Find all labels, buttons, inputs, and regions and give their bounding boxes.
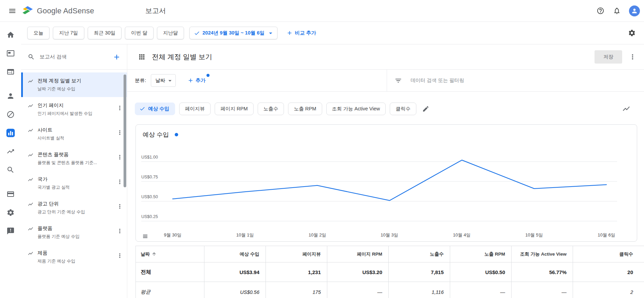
date-filter-bar: 오늘지난 7일최근 30일이번 달지난달 2024년 9월 30일 ~ 10월 … bbox=[21, 22, 644, 44]
report-list-item[interactable]: 제품제품 기준 예상 수입 bbox=[21, 245, 127, 269]
add-report-icon[interactable] bbox=[111, 51, 123, 63]
table-toggle-icon[interactable] bbox=[141, 232, 149, 240]
report-item-subtitle: 플랫폼 및 콘텐츠 플랫폼 기준... bbox=[38, 160, 109, 166]
rail-item-blocking-controls[interactable] bbox=[2, 106, 19, 123]
column-header[interactable]: 노출수 bbox=[389, 246, 450, 262]
plus-icon bbox=[187, 77, 194, 84]
rail-item-sites[interactable] bbox=[2, 64, 19, 80]
metric-chip[interactable]: 예상 수입 bbox=[135, 103, 175, 115]
column-header[interactable]: 페이지 RPM bbox=[327, 246, 389, 262]
report-grid-icon[interactable] bbox=[135, 50, 148, 64]
help-icon[interactable] bbox=[593, 4, 607, 18]
x-axis-label: 10월 5일 bbox=[525, 232, 543, 238]
column-header[interactable]: 클릭수 bbox=[573, 246, 644, 262]
report-list-item[interactable]: 인기 페이지인기 페이지에서 발생한 수입 bbox=[21, 97, 127, 122]
x-axis-label: 9월 30일 bbox=[164, 232, 181, 238]
report-icon bbox=[28, 250, 33, 256]
rail-item-settings[interactable] bbox=[2, 204, 19, 221]
report-list-item[interactable]: 콘텐츠 플랫폼플랫폼 및 콘텐츠 플랫폼 기준... bbox=[21, 146, 127, 171]
add-breakdown-button[interactable]: 추가 bbox=[185, 75, 208, 86]
product-name: Google AdSense bbox=[37, 6, 94, 15]
metric-chip-label: 페이지뷰 bbox=[185, 106, 205, 112]
gear-icon bbox=[628, 29, 636, 37]
date-preset-button[interactable]: 지난 7일 bbox=[53, 27, 84, 39]
sites-icon bbox=[6, 68, 15, 76]
add-comparison-label: 비교 추가 bbox=[295, 30, 316, 36]
save-button[interactable]: 저장 bbox=[595, 50, 622, 64]
chart-title: 예상 수입 bbox=[143, 131, 169, 139]
column-header[interactable]: 조회 가능 Active View bbox=[512, 246, 573, 262]
metric-chips-row: 예상 수입페이지뷰페이지 RPM노출수노출 RPM조회 가능 Active Vi… bbox=[127, 92, 644, 124]
date-preset-button[interactable]: 최근 30일 bbox=[88, 27, 122, 39]
report-item-menu-button[interactable] bbox=[115, 226, 125, 236]
column-header[interactable]: 예상 수입 bbox=[204, 246, 266, 262]
rail-item-home[interactable] bbox=[2, 27, 19, 43]
data-filter-input[interactable]: 데이터 검색 또는 필터링 bbox=[387, 70, 644, 91]
plus-icon bbox=[187, 77, 194, 84]
report-icon bbox=[28, 103, 33, 109]
sidebar-scrollbar[interactable] bbox=[124, 74, 126, 187]
menu-icon[interactable] bbox=[5, 4, 19, 18]
adsense-logo[interactable]: Google AdSense bbox=[22, 6, 94, 16]
column-header-date[interactable]: 날짜 bbox=[136, 246, 204, 262]
report-title: 전체 계정 일별 보기 bbox=[152, 52, 212, 62]
metric-chip[interactable]: 조회 가능 Active View bbox=[326, 103, 386, 115]
report-item-title: 인기 페이지 bbox=[38, 102, 111, 109]
rail-item-policy-center[interactable] bbox=[2, 162, 19, 178]
date-preset-button[interactable]: 이번 달 bbox=[125, 27, 154, 39]
rail-item-ads[interactable] bbox=[2, 45, 19, 62]
report-list-item[interactable]: 사이트사이트별 실적 bbox=[21, 122, 127, 146]
date-preset-button[interactable]: 오늘 bbox=[27, 27, 49, 39]
more-options-icon[interactable] bbox=[626, 50, 639, 64]
report-list-item[interactable]: 국가국가별 광고 실적 bbox=[21, 171, 127, 195]
report-icon bbox=[28, 127, 33, 133]
date-range-chip[interactable]: 2024년 9월 30일 ~ 10월 6일 bbox=[189, 27, 277, 39]
report-list-item[interactable]: 플랫폼플랫폼 기준 예상 수입 bbox=[21, 220, 127, 245]
date-preset-button[interactable]: 지난달 bbox=[157, 27, 184, 39]
more-vertical-icon bbox=[116, 252, 123, 259]
breakdown-dimension-chip[interactable]: 날짜 bbox=[151, 74, 176, 87]
metric-chip-label: 클릭수 bbox=[396, 106, 411, 112]
check-icon bbox=[194, 30, 200, 36]
report-item-subtitle: 인기 페이지에서 발생한 수입 bbox=[38, 111, 109, 117]
table-cell: US$0.56 bbox=[204, 282, 266, 298]
report-icon bbox=[28, 250, 33, 256]
svg-text:US$1.00: US$1.00 bbox=[141, 155, 158, 160]
settings-icon[interactable] bbox=[625, 26, 639, 40]
search-icon bbox=[28, 53, 35, 60]
report-item-menu-button[interactable] bbox=[115, 250, 125, 261]
column-header[interactable]: 페이지뷰 bbox=[266, 246, 327, 262]
row-label: 전체 bbox=[136, 262, 204, 282]
metric-chip[interactable]: 클릭수 bbox=[390, 103, 416, 115]
report-item-title: 사이트 bbox=[38, 127, 111, 133]
more-vertical-icon bbox=[116, 154, 123, 161]
report-list-item[interactable]: 광고 단위광고 단위 기준 예상 수입 bbox=[21, 195, 127, 220]
add-comparison-button[interactable]: 비교 추가 bbox=[283, 27, 319, 39]
metric-chip[interactable]: 페이지뷰 bbox=[179, 103, 211, 115]
metric-chip[interactable]: 노출수 bbox=[258, 103, 284, 115]
table-row-average: 평균US$0.56175—1,116——2 bbox=[136, 282, 644, 298]
toggle-chart-icon[interactable] bbox=[619, 102, 633, 116]
table-cell: 175 bbox=[266, 282, 327, 298]
report-item-menu-button[interactable] bbox=[115, 201, 125, 212]
metric-chip[interactable]: 페이지 RPM bbox=[215, 103, 254, 115]
table-cell: 7,815 bbox=[389, 262, 450, 282]
x-axis-labels: 9월 30일10월 1일10월 2일10월 3일10월 4일10월 5일10월 … bbox=[136, 232, 637, 241]
avatar[interactable] bbox=[629, 5, 640, 16]
edit-metrics-icon[interactable] bbox=[419, 102, 433, 116]
metric-chip[interactable]: 노출 RPM bbox=[288, 103, 322, 115]
column-header[interactable]: 노출 RPM bbox=[450, 246, 512, 262]
rail-item-reports[interactable] bbox=[2, 125, 19, 141]
rail-item-optimization[interactable] bbox=[2, 143, 19, 160]
rail-item-account[interactable] bbox=[2, 88, 19, 104]
notifications-icon[interactable] bbox=[610, 4, 624, 18]
rail-item-feedback[interactable] bbox=[2, 223, 19, 239]
report-search-input[interactable]: 보고서 검색 bbox=[21, 44, 127, 70]
chart-header: 예상 수입 bbox=[136, 125, 637, 139]
plus-icon bbox=[286, 30, 293, 36]
add-breakdown-label: 추가 bbox=[196, 77, 205, 84]
sort-ascending-icon bbox=[152, 252, 157, 257]
rail-item-payments[interactable] bbox=[2, 186, 19, 202]
report-list-item[interactable]: 전체 계정 일별 보기날짜 기준 예상 수입 bbox=[21, 72, 127, 97]
ads-icon bbox=[6, 49, 15, 57]
